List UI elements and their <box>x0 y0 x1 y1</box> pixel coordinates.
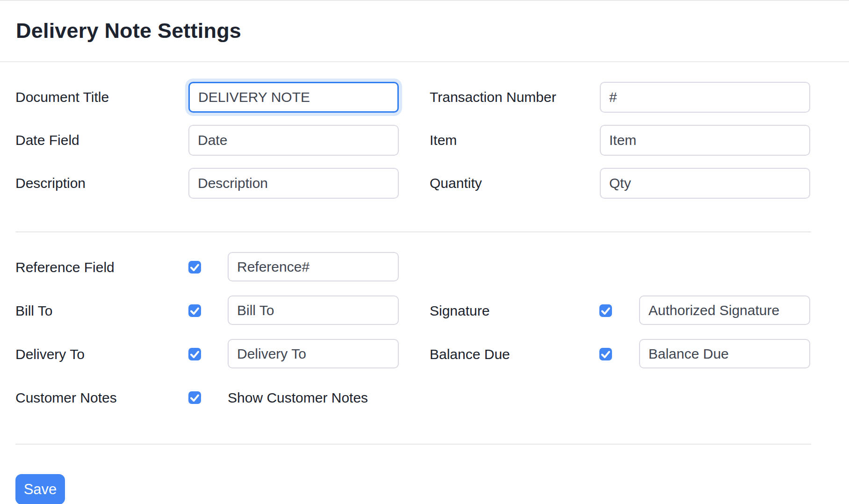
item-label: Item <box>430 125 457 156</box>
checkmark-icon <box>599 348 612 360</box>
description-input[interactable] <box>188 168 399 199</box>
signature-input[interactable] <box>639 295 810 325</box>
balance-due-input[interactable] <box>639 339 810 368</box>
balance-due-checkbox[interactable] <box>599 348 612 360</box>
checkmark-icon <box>599 304 612 317</box>
reference-field-input[interactable] <box>228 252 399 281</box>
delivery-to-label: Delivery To <box>15 348 85 360</box>
date-field-label: Date Field <box>15 125 79 156</box>
signature-checkbox[interactable] <box>599 304 612 317</box>
customer-notes-checkbox[interactable] <box>188 391 201 404</box>
signature-label: Signature <box>430 304 489 317</box>
bill-to-label: Bill To <box>15 304 52 317</box>
reference-field-label: Reference Field <box>15 261 115 274</box>
save-button[interactable]: Save <box>15 474 65 504</box>
transaction-number-input[interactable] <box>600 82 810 113</box>
delivery-to-checkbox[interactable] <box>188 348 201 360</box>
reference-field-checkbox[interactable] <box>188 261 201 274</box>
bill-to-input[interactable] <box>228 295 399 325</box>
page-title: Delivery Note Settings <box>16 19 241 43</box>
checkmark-icon <box>188 261 201 274</box>
checkmark-icon <box>188 304 201 317</box>
customer-notes-label: Customer Notes <box>15 391 117 404</box>
description-label: Description <box>15 168 86 199</box>
checkmark-icon <box>188 348 201 360</box>
balance-due-label: Balance Due <box>430 348 510 360</box>
page-header: Delivery Note Settings <box>0 1 849 62</box>
quantity-input[interactable] <box>600 168 810 199</box>
section-divider-bottom <box>15 444 811 445</box>
delivery-note-settings-page: { "header": { "title": "Delivery Note Se… <box>0 0 849 504</box>
date-field-input[interactable] <box>188 125 399 156</box>
document-title-input[interactable] <box>188 82 399 113</box>
show-customer-notes-text: Show Customer Notes <box>228 391 368 404</box>
checkmark-icon <box>188 391 201 404</box>
delivery-to-input[interactable] <box>228 339 399 368</box>
transaction-number-label: Transaction Number <box>430 82 556 113</box>
document-title-label: Document Title <box>15 82 109 113</box>
section-divider-top <box>15 231 811 232</box>
item-input[interactable] <box>600 125 810 156</box>
bill-to-checkbox[interactable] <box>188 304 201 317</box>
quantity-label: Quantity <box>430 168 482 199</box>
